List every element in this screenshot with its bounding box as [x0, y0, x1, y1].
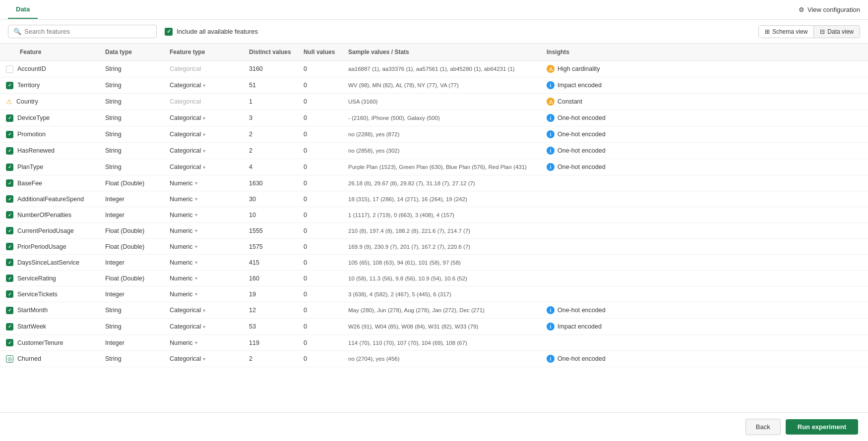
include-all-checkbox[interactable] — [165, 28, 173, 36]
feature-name: NumberOfPenalties — [17, 212, 71, 219]
null-values-cell: 0 — [298, 175, 342, 191]
sample-values-cell: 210 (8), 197.4 (8), 188.2 (8), 221.6 (7)… — [342, 223, 541, 239]
schema-view-icon: ⊞ — [765, 28, 770, 35]
include-all-toggle[interactable]: Include all available features — [165, 28, 258, 36]
top-bar: Data ⚙ View configuration — [0, 0, 868, 20]
col-header-featuretype: Feature type — [164, 44, 243, 61]
data-type-cell: Integer — [99, 335, 164, 351]
sample-values-cell: no (2858), yes (302) — [342, 143, 541, 159]
insights-cell: i One-hot encoded — [541, 159, 868, 175]
table-row: CurrentPeriodUsage Float (Double) Numeri… — [0, 223, 868, 239]
null-values-cell: 0 — [298, 143, 342, 159]
feature-name: Territory — [17, 82, 40, 89]
schema-view-label: Schema view — [772, 28, 807, 35]
data-type-cell: String — [99, 94, 164, 110]
row-checkbox[interactable] — [6, 65, 13, 73]
toolbar: 🔍 Include all available features ⊞ Schem… — [0, 20, 868, 44]
view-config-button[interactable]: ⚙ View configuration — [799, 6, 860, 13]
row-checkbox[interactable] — [6, 290, 13, 298]
null-values-cell: 0 — [298, 159, 342, 175]
data-type-cell: String — [99, 143, 164, 159]
schema-view-button[interactable]: ⊞ Schema view — [759, 26, 814, 38]
data-type-cell: Float (Double) — [99, 271, 164, 286]
sample-values-cell: no (2704), yes (456) — [342, 351, 541, 367]
insights-cell: i One-hot encoded — [541, 143, 868, 159]
feature-type-label: Categorical — [170, 355, 201, 362]
feature-type-cell: Categorical ▾ — [164, 77, 243, 94]
row-checkbox[interactable] — [6, 147, 13, 155]
null-values-cell: 0 — [298, 239, 342, 255]
sample-values-cell: aa16887 (1), aa33376 (1), aa57561 (1), a… — [342, 61, 541, 77]
info-icon: i — [547, 81, 555, 89]
target-checkbox[interactable] — [6, 355, 13, 363]
feature-cell: Churned — [0, 351, 99, 367]
row-checkbox[interactable] — [6, 243, 13, 250]
insight-label: Impact encoded — [558, 323, 602, 330]
data-type-cell: String — [99, 302, 164, 319]
sample-values-cell: 3 (638), 4 (582), 2 (467), 5 (445), 6 (3… — [342, 286, 541, 302]
null-values-cell: 0 — [298, 207, 342, 223]
table-row: PlanType String Categorical ▾ 4 0 Purple… — [0, 159, 868, 175]
insight-cell: ⚠ High cardinality — [547, 65, 862, 73]
data-type-cell: String — [99, 319, 164, 335]
distinct-values-cell: 160 — [243, 271, 298, 286]
data-type-cell: String — [99, 351, 164, 367]
table-row: Territory String Categorical ▾ 51 0 WV (… — [0, 77, 868, 94]
feature-name: ServiceRating — [17, 275, 56, 282]
table-row: ServiceRating Float (Double) Numeric ▾ 1… — [0, 271, 868, 286]
row-checkbox[interactable] — [6, 131, 13, 138]
warning-icon: ⚠ — [6, 98, 12, 106]
col-header-null: Null values — [298, 44, 342, 61]
run-experiment-button[interactable]: Run experiment — [786, 419, 858, 435]
row-checkbox[interactable] — [6, 82, 13, 89]
info-icon: i — [547, 147, 555, 155]
row-checkbox[interactable] — [6, 114, 13, 122]
data-tab[interactable]: Data — [8, 0, 38, 19]
data-view-icon: ⊟ — [820, 28, 825, 35]
distinct-values-cell: 12 — [243, 302, 298, 319]
feature-name: ServiceTickets — [17, 291, 58, 298]
chevron-icon: ▾ — [195, 260, 197, 265]
back-button[interactable]: Back — [745, 419, 781, 435]
insights-cell — [541, 271, 868, 286]
table-row: DaysSinceLastService Integer Numeric ▾ 4… — [0, 255, 868, 271]
feature-type-cell: Categorical ▾ — [164, 319, 243, 335]
table-container: Feature Data type Feature type Distinct … — [0, 44, 868, 412]
row-checkbox[interactable] — [6, 164, 13, 171]
sample-values-cell: no (2288), yes (872) — [342, 126, 541, 143]
insight-label: Constant — [558, 98, 582, 105]
feature-cell: DeviceType — [0, 110, 99, 126]
feature-name: PlanType — [17, 164, 43, 170]
data-view-button[interactable]: ⊟ Data view — [814, 26, 860, 38]
feature-name: HasRenewed — [17, 147, 55, 154]
search-box[interactable]: 🔍 — [8, 25, 157, 38]
row-checkbox[interactable] — [6, 195, 13, 203]
row-checkbox[interactable] — [6, 259, 13, 266]
row-checkbox[interactable] — [6, 275, 13, 282]
sample-values-cell: 1 (1117), 2 (719), 0 (663), 3 (408), 4 (… — [342, 207, 541, 223]
insight-cell: i One-hot encoded — [547, 355, 862, 363]
distinct-values-cell: 2 — [243, 351, 298, 367]
distinct-values-cell: 30 — [243, 191, 298, 207]
data-type-cell: Integer — [99, 286, 164, 302]
row-checkbox[interactable] — [6, 179, 13, 187]
chevron-icon: ▾ — [195, 244, 197, 249]
chevron-icon: ▾ — [195, 228, 197, 233]
row-checkbox[interactable] — [6, 227, 13, 234]
search-input[interactable] — [24, 28, 151, 35]
row-checkbox[interactable] — [6, 339, 13, 346]
feature-type-label: Categorical — [170, 164, 201, 170]
feature-name: AdditionalFeatureSpend — [17, 196, 84, 203]
data-type-cell: Float (Double) — [99, 239, 164, 255]
distinct-values-cell: 3 — [243, 110, 298, 126]
col-header-feature: Feature — [0, 44, 99, 61]
table-row: CustomerTenure Integer Numeric ▾ 119 0 1… — [0, 335, 868, 351]
insights-cell: ⚠ High cardinality — [541, 61, 868, 77]
footer: Back Run experiment — [0, 412, 868, 441]
sample-values-cell: 26.18 (8), 29.67 (8), 29.82 (7), 31.18 (… — [342, 175, 541, 191]
row-checkbox[interactable] — [6, 211, 13, 219]
row-checkbox[interactable] — [6, 307, 13, 314]
row-checkbox[interactable] — [6, 323, 13, 331]
feature-type-label: Numeric — [170, 212, 193, 219]
table-row: ⚠ Country String Categorical 1 0 USA (31… — [0, 94, 868, 110]
